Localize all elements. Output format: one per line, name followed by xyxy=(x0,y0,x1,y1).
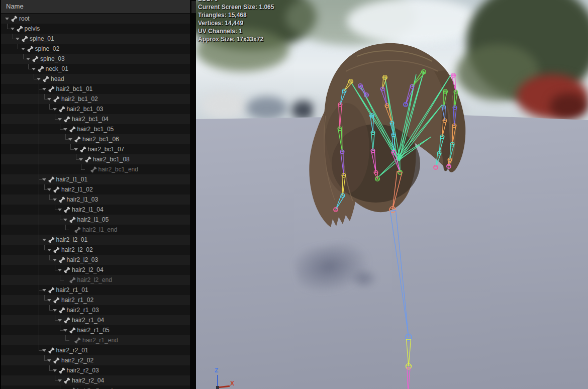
expander-icon[interactable] xyxy=(58,319,62,322)
expander-icon[interactable] xyxy=(58,379,62,382)
expander-icon[interactable] xyxy=(53,108,57,111)
expander-icon[interactable] xyxy=(63,219,67,221)
tree-row-hair2_bc1_06[interactable]: hair2_bc1_06 xyxy=(1,134,190,144)
expander-icon[interactable] xyxy=(53,369,57,372)
expander-icon[interactable] xyxy=(16,38,20,40)
expander-icon[interactable] xyxy=(53,259,57,261)
tree-row-hair2_l2_end[interactable]: hair2_l2_end xyxy=(1,275,190,285)
stat-line: Triangles: 15,468 xyxy=(198,11,274,19)
bone-icon xyxy=(74,136,81,143)
tree-row-hair2_r2_01[interactable]: hair2_r2_01 xyxy=(1,345,190,355)
tree-row-root[interactable]: root xyxy=(1,14,190,24)
tree-row-pelvis[interactable]: pelvis xyxy=(1,24,190,34)
bone-name-label: hair2_l2_end xyxy=(77,275,112,285)
stat-line: Approx Size: 17x33x72 xyxy=(198,35,274,43)
tree-row-spine_02[interactable]: spine_02 xyxy=(1,44,190,54)
tree-row-hair2_bc1_04[interactable]: hair2_bc1_04 xyxy=(1,114,190,124)
expander-icon[interactable] xyxy=(53,309,57,312)
tree-row-hair2_r2_03[interactable]: hair2_r2_03 xyxy=(1,365,190,375)
tree-row-hair2_l2_01[interactable]: hair2_l2_01 xyxy=(1,235,190,245)
expander-icon[interactable] xyxy=(5,18,9,20)
expander-icon[interactable] xyxy=(42,178,46,181)
stat-line: UV Channels: 1 xyxy=(198,27,274,35)
expander-icon[interactable] xyxy=(42,239,46,241)
expander-icon[interactable] xyxy=(63,329,67,332)
tree-row-spine_03[interactable]: spine_03 xyxy=(1,54,190,64)
expander-icon[interactable] xyxy=(58,118,62,121)
bone-icon xyxy=(48,236,55,243)
tree-row-hair2_r2_04[interactable]: hair2_r2_04 xyxy=(1,375,190,385)
tree-row-hair2_l2_03[interactable]: hair2_l2_03 xyxy=(1,255,190,265)
3d-viewport[interactable]: LOD: 0Current Screen Size: 1.065Triangle… xyxy=(196,0,588,389)
tree-row-hair2_l1_end[interactable]: hair2_l1_end xyxy=(1,225,190,235)
expander-icon[interactable] xyxy=(74,148,78,151)
panel-divider[interactable] xyxy=(190,0,196,389)
expander-icon[interactable] xyxy=(32,68,36,70)
expander-icon[interactable] xyxy=(58,269,62,271)
bone-name-label: hair2_r1_02 xyxy=(61,295,93,305)
bone-name-label: hair2_r1_01 xyxy=(56,285,88,295)
tree-row-hair2_bc1_07[interactable]: hair2_bc1_07 xyxy=(1,144,190,154)
expander-icon[interactable] xyxy=(58,209,62,211)
expander-icon[interactable] xyxy=(68,138,72,141)
tree-row-neck_01[interactable]: neck_01 xyxy=(1,64,190,74)
tree-row-hair2_l1_05[interactable]: hair2_l1_05 xyxy=(1,215,190,225)
tree-row-hair2_r1_01[interactable]: hair2_r1_01 xyxy=(1,285,190,295)
tree-row-hair2_bc1_03[interactable]: hair2_bc1_03 xyxy=(1,104,190,114)
axis-gizmo: Z X xyxy=(196,349,256,389)
bone-name-label: spine_01 xyxy=(30,34,54,44)
bone-icon xyxy=(53,95,60,103)
bone-name-label: pelvis xyxy=(25,24,40,34)
tree-row-hair2_r1_02[interactable]: hair2_r1_02 xyxy=(1,295,190,305)
tree-row-hair2_r1_04[interactable]: hair2_r1_04 xyxy=(1,315,190,325)
tree-row-hair2_r1_05[interactable]: hair2_r1_05 xyxy=(1,325,190,335)
tree-row-spine_01[interactable]: spine_01 xyxy=(1,34,190,44)
bone-icon xyxy=(53,297,60,304)
bone-name-label: hair2_l2_02 xyxy=(61,245,93,255)
bone-icon xyxy=(69,327,76,334)
tree-row-hair2_l2_04[interactable]: hair2_l2_04 xyxy=(1,265,190,275)
expander-icon[interactable] xyxy=(47,299,51,302)
bone-name-label: hair2_r2_03 xyxy=(67,365,99,375)
expander-icon[interactable] xyxy=(37,78,41,80)
bone-icon xyxy=(74,226,81,233)
tree-row-hair2_r2_02[interactable]: hair2_r2_02 xyxy=(1,355,190,365)
bone-name-label: hair2_l1_03 xyxy=(67,194,99,205)
expander-icon[interactable] xyxy=(47,98,51,101)
tree-row-hair2_bc1_08[interactable]: hair2_bc1_08 xyxy=(1,154,190,164)
tree-row-hair2_bc1_02[interactable]: hair2_bc1_02 xyxy=(1,94,190,104)
bone-icon xyxy=(58,307,65,314)
expander-icon[interactable] xyxy=(79,158,83,161)
bone-name-label: hair2_r2_02 xyxy=(61,355,93,365)
bone-icon xyxy=(79,146,86,153)
tree-row-hair2_l2_02[interactable]: hair2_l2_02 xyxy=(1,245,190,255)
expander-icon[interactable] xyxy=(53,199,57,201)
tree-row-hair2_l1_01[interactable]: hair2_l1_01 xyxy=(1,174,190,184)
expander-icon[interactable] xyxy=(47,188,51,191)
tree-row-hair2_bc1_01[interactable]: hair2_bc1_01 xyxy=(1,84,190,94)
tree-row-hair2_r1_end[interactable]: hair2_r1_end xyxy=(1,335,190,345)
tree-row-head[interactable]: head xyxy=(1,74,190,84)
tree-row-hair2_r1_03[interactable]: hair2_r1_03 xyxy=(1,305,190,315)
bone-name-label: hair2_bc1_02 xyxy=(61,94,98,104)
expander-icon[interactable] xyxy=(21,48,25,50)
expander-icon[interactable] xyxy=(63,128,67,131)
expander-icon[interactable] xyxy=(42,289,46,291)
expander-icon[interactable] xyxy=(42,88,46,90)
tree-row-hair2_l1_03[interactable]: hair2_l1_03 xyxy=(1,194,190,205)
tree-row-hair2_bc1_end[interactable]: hair2_bc1_end xyxy=(1,164,190,174)
tree-row-hair2_l1_04[interactable]: hair2_l1_04 xyxy=(1,205,190,215)
tree-row-hair2_r2_end[interactable]: hair2_r2_end xyxy=(1,385,190,389)
expander-icon[interactable] xyxy=(47,359,51,362)
bone-icon xyxy=(63,266,70,273)
tree-row-hair2_l1_02[interactable]: hair2_l1_02 xyxy=(1,184,190,194)
expander-icon[interactable] xyxy=(26,58,30,60)
expander-icon[interactable] xyxy=(47,249,51,251)
tree-row-hair2_bc1_05[interactable]: hair2_bc1_05 xyxy=(1,124,190,134)
tree-header-label: Name xyxy=(6,3,24,10)
bone-name-label: hair2_r1_end xyxy=(82,335,118,345)
bone-overlay xyxy=(196,0,588,389)
expander-icon[interactable] xyxy=(42,349,46,352)
expander-icon[interactable] xyxy=(11,28,15,30)
bone-icon xyxy=(48,176,55,183)
